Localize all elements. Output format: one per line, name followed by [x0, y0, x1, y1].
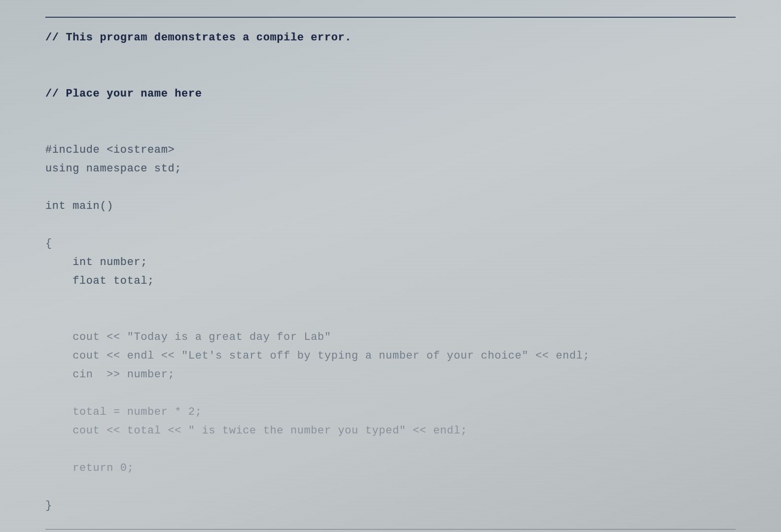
code-line-comment2: // Place your name here [45, 88, 202, 100]
code-line-assign: total = number * 2; [45, 406, 202, 418]
code-line-main: int main() [45, 200, 113, 212]
code-line-closebrace: } [45, 499, 52, 512]
code-line-cout2: cout << endl << "Let's start off by typi… [45, 350, 590, 362]
code-line-cout3: cout << total << " is twice the number y… [45, 425, 467, 437]
code-line-cout1: cout << "Today is a great day for Lab" [45, 331, 331, 343]
code-page: // This program demonstrates a compile e… [0, 0, 781, 532]
code-line-openbrace: { [45, 237, 52, 250]
code-line-comment1: // This program demonstrates a compile e… [45, 32, 352, 44]
code-line-using: using namespace std; [45, 163, 181, 175]
top-rule [45, 17, 736, 18]
code-block: // This program demonstrates a compile e… [45, 29, 736, 515]
code-line-return: return 0; [45, 462, 134, 474]
code-line-decl-total: float total; [45, 275, 154, 287]
code-line-cin: cin >> number; [45, 368, 175, 381]
code-line-include: #include <iostream> [45, 144, 175, 156]
code-line-decl-number: int number; [45, 256, 147, 268]
bottom-rule [45, 529, 736, 530]
